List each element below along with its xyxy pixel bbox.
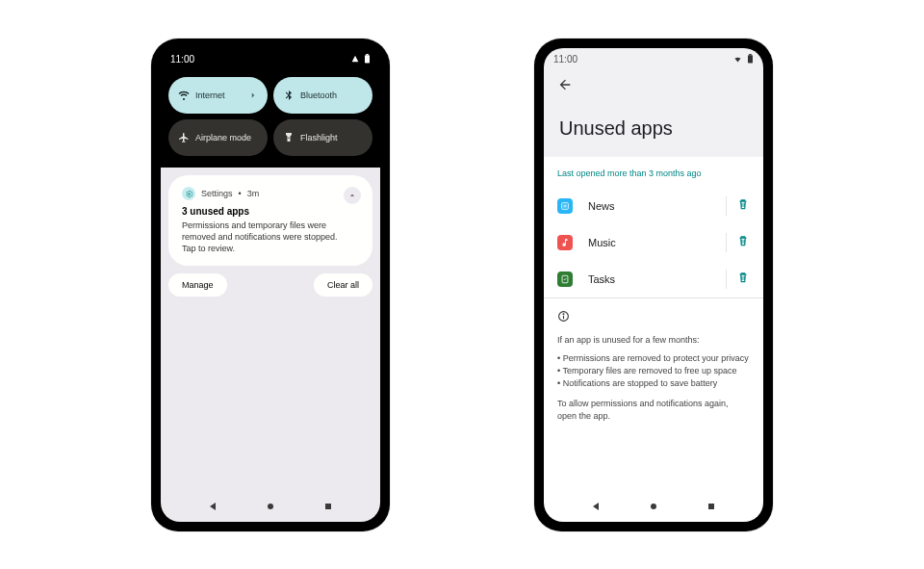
music-app-icon <box>557 235 573 250</box>
svg-rect-21 <box>708 504 714 509</box>
collapse-button[interactable] <box>344 187 361 204</box>
quick-settings-grid: Internet Bluetooth Airplane mode Flashli… <box>168 77 372 156</box>
status-time: 11:00 <box>170 54 194 65</box>
unused-apps-list: Last opened more than 3 months ago News <box>544 157 763 491</box>
clear-all-button[interactable]: Clear all <box>314 273 372 297</box>
status-bar: 11:00 <box>544 48 763 69</box>
battery-icon <box>747 54 754 64</box>
device-right: 11:00 Unused apps Last opened more than … <box>534 39 773 531</box>
status-time: 11:00 <box>553 54 578 65</box>
app-name-label: Music <box>588 237 716 248</box>
navigation-bar <box>544 491 763 522</box>
svg-point-2 <box>188 193 190 194</box>
info-bullet-list: Permissions are removed to protect your … <box>557 352 750 390</box>
notification-actions: Manage Clear all <box>168 273 372 297</box>
settings-app-icon <box>182 187 195 200</box>
nav-back-icon[interactable] <box>207 501 218 512</box>
settings-page: Unused apps Last opened more than 3 mont… <box>544 69 763 491</box>
tasks-app-icon <box>557 272 573 287</box>
qs-tile-flashlight[interactable]: Flashlight <box>273 119 372 156</box>
flashlight-icon <box>283 132 295 143</box>
qs-tile-label: Internet <box>195 91 243 100</box>
svg-rect-4 <box>325 504 331 509</box>
bluetooth-icon <box>283 90 295 101</box>
row-divider <box>726 196 727 216</box>
delete-button[interactable] <box>736 271 750 288</box>
trash-icon <box>736 234 750 247</box>
notification-title: 3 unused apps <box>182 206 359 217</box>
svg-rect-1 <box>366 54 369 55</box>
nav-recents-icon[interactable] <box>706 501 717 512</box>
nav-recents-icon[interactable] <box>322 501 334 512</box>
trash-icon <box>736 197 750 211</box>
svg-rect-7 <box>562 203 569 210</box>
qs-tile-label: Bluetooth <box>300 91 363 100</box>
app-name-label: News <box>588 200 716 212</box>
news-app-icon <box>557 198 573 214</box>
svg-point-19 <box>563 314 564 315</box>
section-header: Last opened more than 3 months ago <box>544 157 763 188</box>
svg-rect-6 <box>749 54 752 55</box>
wifi-signal-icon <box>350 55 360 63</box>
info-footer: To allow permissions and notifications a… <box>557 398 750 423</box>
row-divider <box>726 270 727 289</box>
top-app-bar <box>544 69 763 100</box>
info-block: If an app is unused for a few months: Pe… <box>544 297 763 434</box>
info-bullet: Permissions are removed to protect your … <box>557 352 750 365</box>
info-heading: If an app is unused for a few months: <box>557 334 750 347</box>
delete-button[interactable] <box>736 234 750 251</box>
wifi-icon <box>178 90 190 101</box>
quick-settings-panel: Internet Bluetooth Airplane mode Flashli… <box>161 69 380 168</box>
app-row-tasks[interactable]: Tasks <box>544 261 763 297</box>
battery-icon <box>364 54 371 64</box>
arrow-back-icon <box>557 77 573 92</box>
status-bar: 11:00 <box>161 48 380 69</box>
notification-app-name: Settings <box>201 189 233 198</box>
info-bullet: Temporary files are removed to free up s… <box>557 365 750 377</box>
info-icon <box>557 310 750 326</box>
status-icons <box>350 54 371 64</box>
screen-right: 11:00 Unused apps Last opened more than … <box>544 48 763 522</box>
app-name-label: Tasks <box>588 273 716 285</box>
info-bullet: Notifications are stopped to save batter… <box>557 377 750 390</box>
status-icons <box>732 54 754 64</box>
qs-tile-internet[interactable]: Internet <box>168 77 268 114</box>
svg-rect-5 <box>748 55 753 63</box>
navigation-bar <box>161 491 380 522</box>
nav-back-icon[interactable] <box>590 501 602 512</box>
notification-card[interactable]: Settings • 3m 3 unused apps Permissions … <box>168 175 372 266</box>
device-left: 11:00 Internet Bluetooth Airpla <box>151 39 390 531</box>
trash-icon <box>736 271 750 284</box>
app-row-news[interactable]: News <box>544 188 763 224</box>
notification-header: Settings • 3m <box>182 187 359 200</box>
svg-rect-0 <box>365 55 370 63</box>
delete-button[interactable] <box>736 197 750 215</box>
notification-time: 3m <box>247 189 260 198</box>
bullet: • <box>239 189 242 198</box>
app-row-music[interactable]: Music <box>544 224 763 261</box>
page-title: Unused apps <box>544 100 763 157</box>
airplane-icon <box>178 132 190 143</box>
svg-point-3 <box>268 504 273 509</box>
manage-button[interactable]: Manage <box>168 273 227 297</box>
chevron-up-icon <box>347 191 357 200</box>
qs-tile-bluetooth[interactable]: Bluetooth <box>273 77 372 114</box>
screen-left: 11:00 Internet Bluetooth Airpla <box>161 48 380 522</box>
wifi-signal-icon <box>732 55 743 64</box>
qs-tile-airplane[interactable]: Airplane mode <box>168 119 268 156</box>
notification-shade: Settings • 3m 3 unused apps Permissions … <box>161 168 380 491</box>
svg-point-20 <box>651 504 656 509</box>
row-divider <box>726 233 727 252</box>
qs-tile-label: Flashlight <box>300 133 363 142</box>
back-button[interactable] <box>555 75 575 94</box>
chevron-right-icon <box>248 91 258 100</box>
nav-home-icon[interactable] <box>648 501 659 512</box>
nav-home-icon[interactable] <box>265 501 276 512</box>
notification-body: Permissions and temporary files were rem… <box>182 220 359 254</box>
qs-tile-label: Airplane mode <box>195 133 258 142</box>
